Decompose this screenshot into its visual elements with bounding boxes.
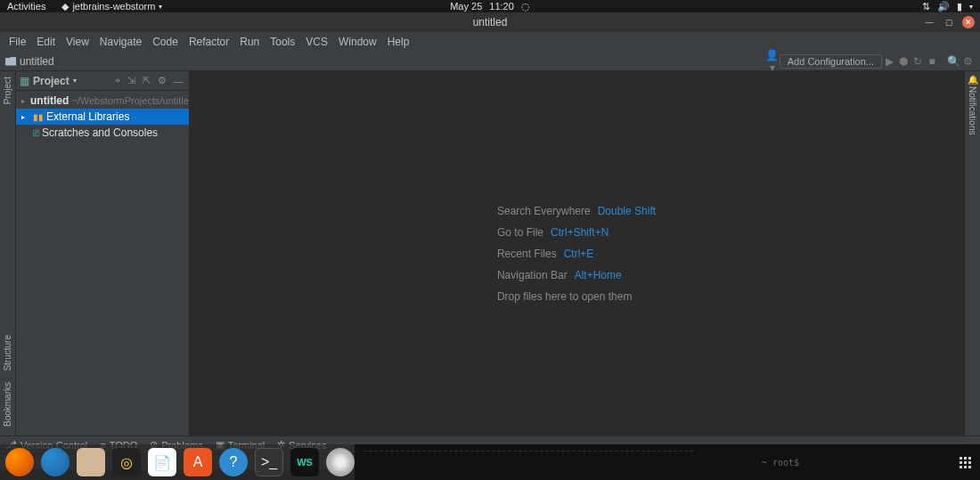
chevron-down-icon[interactable]: ▾ (969, 3, 973, 11)
menu-window[interactable]: Window (333, 36, 382, 48)
waveform-decoration: ┈┈┈┈┈┈┈┈┈┈┈┈┈┈┈┈┈┈┈┈┈┈┈┈┈┈┈┈┈┈┈┈┈┈┈┈┈┈┈┈… (363, 448, 891, 455)
menu-file[interactable]: File (4, 36, 31, 48)
tool-notifications[interactable]: Notifications (968, 85, 977, 136)
user-icon[interactable]: 👤▾ (765, 49, 780, 74)
menu-run[interactable]: Run (234, 36, 265, 48)
dock-writer[interactable]: 📄 (148, 448, 176, 476)
search-icon[interactable]: 🔍 (946, 55, 960, 68)
app-menu[interactable]: ◆ jetbrains-webstorm ▾ (61, 1, 162, 12)
collapse-icon[interactable]: ⇱ (141, 75, 152, 86)
settings-icon[interactable]: ⚙ (960, 55, 975, 68)
hint-search-everywhere: Search Everywhere Double Shift (497, 205, 656, 217)
coverage-button[interactable]: ↻ (911, 55, 925, 68)
hint-goto-file: Go to File Ctrl+Shift+N (497, 226, 656, 239)
time-label[interactable]: 11:20 (489, 1, 514, 12)
hint-navigation-bar: Navigation Bar Alt+Home (497, 269, 656, 281)
menu-help[interactable]: Help (382, 36, 415, 48)
volume-icon[interactable]: 🔊 (937, 1, 950, 12)
tool-bookmarks[interactable]: Bookmarks (3, 380, 12, 428)
expand-arrow-icon[interactable]: ▸ (21, 113, 30, 121)
activities-button[interactable]: Activities (7, 1, 45, 12)
breadcrumb[interactable]: untitled (5, 55, 54, 68)
run-button[interactable]: ▶ (882, 55, 896, 68)
stop-button[interactable]: ■ (925, 55, 939, 68)
tool-structure[interactable]: Structure (3, 333, 12, 373)
dock-rhythmbox[interactable]: ◎ (112, 448, 141, 476)
network-icon[interactable]: ⇅ (922, 1, 930, 12)
tree-item-label: untitled (30, 94, 69, 107)
terminal-prompt: ~ root$ (762, 458, 799, 468)
scratch-icon: ⎚ (33, 126, 39, 139)
tree-item-label: External Libraries (46, 110, 129, 123)
library-icon: ▮▮ (33, 112, 44, 122)
dock-firefox[interactable] (5, 448, 34, 476)
hint-shortcut: Ctrl+E (564, 248, 594, 260)
chevron-down-icon: ▾ (159, 3, 162, 11)
menu-view[interactable]: View (61, 36, 94, 48)
hint-label: Drop files here to open them (497, 290, 632, 303)
show-applications-button[interactable] (960, 457, 971, 468)
expand-arrow-icon[interactable]: ▸ (21, 97, 25, 105)
close-button[interactable]: ✕ (962, 16, 975, 28)
editor-area[interactable]: Search Everywhere Double Shift Go to Fil… (189, 71, 964, 435)
menu-vcs[interactable]: VCS (300, 36, 333, 48)
tree-row-scratches[interactable]: ⎚ Scratches and Consoles (16, 125, 189, 141)
minimize-button[interactable]: — (923, 16, 935, 28)
locate-icon[interactable]: ⌖ (113, 75, 122, 86)
expand-icon[interactable]: ⇲ (126, 75, 137, 86)
folder-icon (5, 57, 16, 66)
hide-icon[interactable]: — (172, 76, 185, 86)
add-configuration-button[interactable]: Add Configuration... (780, 54, 882, 69)
gear-icon[interactable]: ⚙ (156, 75, 168, 86)
menu-bar: File Edit View Navigate Code Refactor Ru… (0, 32, 980, 52)
hint-shortcut: Alt+Home (575, 269, 622, 281)
menu-code[interactable]: Code (147, 36, 184, 48)
hint-shortcut: Ctrl+Shift+N (551, 226, 608, 239)
hint-drop-files: Drop files here to open them (497, 290, 656, 303)
tool-project[interactable]: Project (3, 75, 12, 106)
dock-terminal[interactable]: >_ (255, 448, 283, 476)
debug-button[interactable]: ⬢ (896, 55, 911, 68)
hint-recent-files: Recent Files Ctrl+E (497, 248, 656, 260)
project-view-icon: ▦ (20, 75, 29, 87)
maximize-button[interactable]: ▢ (943, 16, 955, 28)
dock-help[interactable]: ? (219, 448, 248, 476)
tree-item-label: Scratches and Consoles (42, 126, 158, 139)
notification-icon[interactable]: ◌ (521, 1, 530, 12)
dock-software[interactable]: A (184, 448, 212, 476)
battery-icon[interactable]: ▮ (957, 1, 962, 12)
app-name: jetbrains-webstorm (72, 1, 155, 12)
hint-label: Recent Files (497, 248, 557, 260)
date-label[interactable]: May 25 (450, 1, 482, 12)
dock-disc[interactable] (326, 448, 355, 476)
tree-row-external-libraries[interactable]: ▸ ▮▮ External Libraries (16, 109, 189, 125)
bell-icon[interactable]: 🔔 (968, 75, 978, 85)
project-panel: ▦ Project ▾ ⌖ ⇲ ⇱ ⚙ — ▸ untitled ~/Webst… (16, 71, 189, 435)
webstorm-icon: ◆ (61, 1, 69, 12)
breadcrumb-project: untitled (20, 55, 54, 68)
window-title: untitled (473, 16, 508, 28)
menu-edit[interactable]: Edit (31, 36, 61, 48)
dock-thunderbird[interactable] (41, 448, 69, 476)
hint-label: Search Everywhere (497, 205, 591, 217)
menu-refactor[interactable]: Refactor (184, 36, 234, 48)
tree-item-path: ~/WebstormProjects/untitled (71, 95, 194, 106)
tree-row-project-root[interactable]: ▸ untitled ~/WebstormProjects/untitled (16, 93, 189, 109)
chevron-down-icon[interactable]: ▾ (73, 77, 77, 85)
menu-tools[interactable]: Tools (265, 36, 300, 48)
dock-webstorm[interactable]: WS (290, 448, 319, 476)
hint-label: Go to File (497, 226, 543, 239)
hint-shortcut: Double Shift (598, 205, 656, 217)
dock-files[interactable]: 🗂 (77, 448, 105, 476)
project-panel-title[interactable]: Project (33, 75, 69, 87)
menu-navigate[interactable]: Navigate (94, 36, 147, 48)
hint-label: Navigation Bar (497, 269, 568, 281)
